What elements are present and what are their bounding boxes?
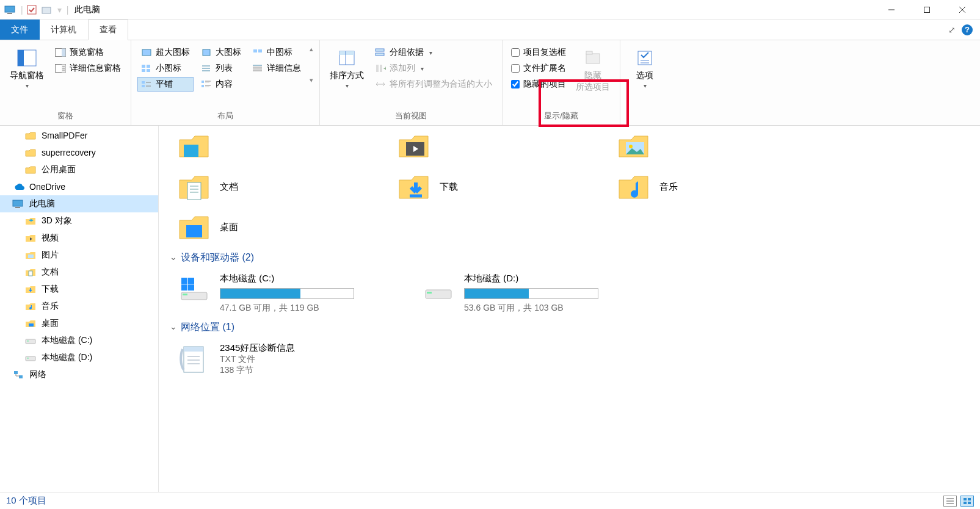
sidebar-item[interactable]: 图片 [0,247,158,264]
collapse-ribbon-icon[interactable]: ⤢ [948,25,956,35]
sidebar-item[interactable]: 此电脑 [0,195,158,212]
medium-icons-button[interactable]: 中图标 [249,45,305,60]
tab-view[interactable]: 查看 [88,20,128,40]
sidebar-item-label: 图片 [42,250,59,261]
drive-c[interactable]: 本地磁盘 (C:) 47.1 GB 可用，共 119 GB [177,273,385,314]
sidebar-item[interactable]: 本地磁盘 (C:) [0,332,158,349]
details-pane-icon [55,63,66,74]
hidden-items-toggle[interactable]: 隐藏的项目 [509,77,568,92]
disk-icon [421,273,456,302]
svg-rect-24 [142,85,145,87]
hide-selected-label2: 所选项目 [576,82,610,92]
svg-rect-11 [62,49,66,57]
add-columns-button[interactable]: +添加列 [371,61,496,76]
maximize-button[interactable] [909,0,945,20]
sidebar-item[interactable]: 公用桌面 [0,161,158,178]
sidebar-item-label: 桌面 [42,318,59,329]
group-by-button[interactable]: 分组依据 [371,45,496,60]
content-label: 内容 [216,79,233,90]
sidebar-item[interactable]: 3D 对象 [0,212,158,229]
sidebar-item[interactable]: 音乐 [0,298,158,315]
folder-documents[interactable]: 文档 [177,170,360,204]
folder-item[interactable] [397,129,580,164]
folder-icon [24,147,37,158]
sort-by-button[interactable]: 排序方式 ▾ [326,45,368,92]
large-icons-button[interactable]: 大图标 [197,45,245,60]
ribbon-group-showhide-label: 显示/隐藏 [509,109,614,124]
folder-label: 桌面 [220,222,238,233]
file-extensions-toggle[interactable]: 文件扩展名 [509,61,568,76]
section-devices-header[interactable]: 设备和驱动器 (2) [170,251,968,264]
sidebar-item[interactable]: 视频 [0,229,158,247]
status-item-count: 10 个项目 [6,495,46,507]
svg-rect-18 [142,65,145,68]
add-columns-label: 添加列 [390,63,415,74]
svg-rect-43 [339,51,354,55]
tab-computer[interactable]: 计算机 [40,20,88,40]
layout-scroll-down-icon[interactable]: ▾ [310,76,313,84]
preview-pane-button[interactable]: 预览窗格 [51,45,125,60]
folder-icon [177,129,211,164]
navigation-pane-button[interactable]: 导航窗格 ▾ [6,45,48,92]
item-checkboxes-label: 项目复选框 [523,47,566,58]
sidebar-item[interactable]: superrecovery [0,144,158,161]
svg-rect-64 [27,358,29,359]
extra-large-icons-button[interactable]: 超大图标 [137,45,194,60]
icons-view-toggle[interactable] [960,496,974,507]
separator: ▾ [57,5,62,15]
small-icons-button[interactable]: 小图标 [137,61,194,76]
close-button[interactable] [945,0,980,20]
desktop-folder-icon [177,210,211,244]
windows-disk-icon [177,273,211,302]
sidebar-item[interactable]: 下载 [0,281,158,298]
network-item[interactable]: 2345好压诊断信息 TXT 文件 138 字节 [177,342,968,377]
folder-item[interactable] [617,129,800,164]
content-area[interactable]: 文档 下载 音乐 桌面 设备和驱动器 (2) [159,126,980,492]
tiles-label: 平铺 [156,79,173,90]
sidebar-item[interactable]: 桌面 [0,315,158,332]
tiles-button[interactable]: 平铺 [137,77,194,92]
ribbon-tabstrip: 文件 计算机 查看 ⤢ ? [0,20,980,40]
minimize-button[interactable] [874,0,909,20]
hide-selected-button[interactable]: 隐藏 所选项目 [572,45,614,95]
sidebar-item[interactable]: 文档 [0,264,158,281]
layout-scroll-up-icon[interactable]: ▴ [310,45,313,53]
details-button[interactable]: 详细信息 [249,61,305,76]
network-icon [12,369,24,380]
sidebar-item[interactable]: 本地磁盘 (D:) [0,349,158,366]
details-pane-button[interactable]: 详细信息窗格 [51,61,125,76]
tab-file[interactable]: 文件 [0,20,40,40]
svg-rect-77 [181,292,207,300]
drive-d[interactable]: 本地磁盘 (D:) 53.6 GB 可用，共 103 GB [421,273,629,314]
qa-checkbox-icon[interactable] [26,4,38,16]
folder-item[interactable] [177,129,360,164]
svg-point-71 [629,145,633,148]
options-button[interactable]: 选项 ▾ [626,45,663,92]
item-checkboxes-toggle[interactable]: 项目复选框 [509,45,568,60]
network-item-name: 2345好压诊断信息 [220,342,295,354]
svg-rect-95 [968,502,971,504]
sidebar-item[interactable]: OneDrive [0,178,158,195]
list-button[interactable]: 列表 [197,61,245,76]
folder-music[interactable]: 音乐 [617,170,800,204]
ribbon-group-layout: 超大图标 小图标 平铺 大图标 列表 内容 中图标 详细信息 x ▴ ▾ 布局 [131,40,320,125]
sidebar-item[interactable]: 网络 [0,366,158,383]
section-devices-label: 设备和驱动器 (2) [181,251,254,264]
navigation-pane-icon [16,48,37,68]
folder-desktop[interactable]: 桌面 [177,210,360,244]
section-network-header[interactable]: 网络位置 (1) [170,321,968,334]
svg-rect-62 [27,341,29,342]
details-view-toggle[interactable] [943,496,957,507]
sidebar[interactable]: SmallPDFersuperrecovery公用桌面OneDrive此电脑3D… [0,126,159,492]
window-title: 此电脑 [74,4,100,15]
content-button[interactable]: 内容 [197,77,245,92]
sidebar-item[interactable]: SmallPDFer [0,127,158,144]
file-extensions-label: 文件扩展名 [523,63,566,74]
help-icon[interactable]: ? [962,24,973,35]
folder-downloads[interactable]: 下载 [397,170,580,204]
details-icon [252,63,263,74]
qa-folder-icon[interactable] [40,4,53,16]
sidebar-item-label: superrecovery [42,148,96,157]
size-columns-button[interactable]: 将所有列调整为合适的大小 [371,77,496,92]
desktop-icon [24,318,37,329]
